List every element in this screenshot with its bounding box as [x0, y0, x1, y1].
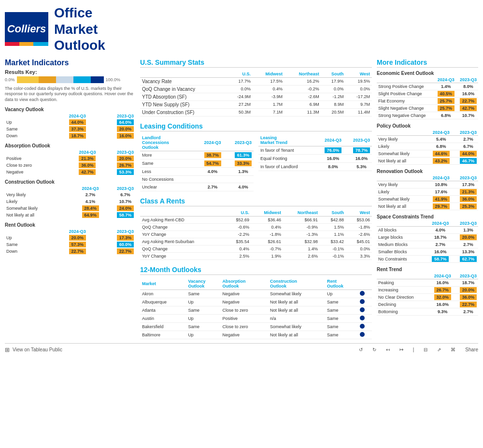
table-row: AustinUpPositiven/aSame: [140, 314, 372, 322]
share-label[interactable]: Share: [465, 347, 478, 352]
vacancy-outlook-label: Vacancy Outlook: [5, 107, 135, 112]
divider: |: [413, 347, 414, 352]
table-row: Under Construction (SF)50.3M7.1M11.3M20.…: [140, 108, 372, 116]
policy-table: 2024-Q3 2023-Q3 Very likely5.4%2.7%Likel…: [377, 130, 478, 165]
vacancy-col2: 2023-Q3: [87, 113, 135, 119]
table-row: Same37.3%20.0%: [5, 126, 135, 132]
view-tableau-label[interactable]: View on Tableau Public: [13, 347, 62, 352]
absorption-outlook-table: 2024-Q3 2023-Q3 Positive21.3%20.0%Close …: [5, 149, 135, 175]
summary-col-west: West: [345, 71, 372, 78]
table-row: Very likely2.7%6.7%: [5, 191, 135, 198]
table-row: All blocks4.0%1.3%: [377, 226, 478, 233]
tableau-icon: ⊞: [5, 347, 10, 353]
logo-text: Colliers: [7, 23, 46, 35]
table-row: Negative42.7%53.3%: [5, 169, 135, 175]
rent-trend-label: Rent Trend: [377, 267, 478, 272]
table-row: More38.7%61.3%: [140, 151, 254, 159]
outlooks-col-construction: ConstructionOutlook: [268, 278, 325, 290]
class-rents-title: Class A Rents: [140, 197, 372, 206]
leasing-left: LandlordConcessionsOutlook 2024-Q3 2023-…: [140, 134, 254, 191]
table-row: AtlantaSameClose to zeroNot likely at al…: [140, 306, 372, 314]
table-row: Same54.7%33.3%: [140, 159, 254, 167]
summary-col-us: U.S.: [227, 71, 253, 78]
table-row: Down22.7%22.7%: [5, 248, 135, 255]
economic-event-label: Economic Event Outlook: [377, 71, 478, 76]
header: Colliers Office Market Outlook: [5, 5, 478, 54]
table-row: YoY Change-2.2%-1.8%-1.3%1.1%-2.6%: [140, 231, 372, 238]
table-row: Strong Positive Change1.4%8.0%: [377, 83, 478, 90]
title-line2: Market: [54, 21, 105, 38]
table-row: Strong Negative Change6.8%10.7%: [377, 112, 478, 119]
economic-table: 2024-Q3 2023-Q3 Strong Positive Change1.…: [377, 77, 478, 119]
outlooks-col-rent: RentOutlook: [325, 278, 358, 290]
title-line3: Outlook: [54, 37, 105, 54]
key-low: 0.0%: [5, 77, 15, 82]
results-key-label: Results Key:: [5, 69, 135, 75]
table-row: AkronSameNegativeSomewhat likelyUp: [140, 289, 372, 298]
leasing-right: LeasingMarket Trend 2024-Q3 2023-Q3 In f…: [258, 134, 372, 191]
table-row: No Clear Direction32.0%36.0%: [377, 293, 478, 301]
undo-icon[interactable]: ↺: [359, 347, 363, 352]
table-row: Somewhat likely44.6%44.0%: [377, 150, 478, 157]
share-icon[interactable]: ⌘: [451, 347, 455, 352]
summary-col-midwest: Midwest: [253, 71, 284, 78]
table-row: Positive21.3%20.0%: [5, 155, 135, 162]
vacancy-col1: 2024-Q3: [39, 113, 87, 119]
table-row: Somewhat likely41.9%36.0%: [377, 195, 478, 202]
vacancy-outlook-table: 2024-Q3 2023-Q3 Up44.0%64.0%Same37.3%20.…: [5, 113, 135, 139]
table-row: QoQ Change-0.6%0.4%-0.9%1.5%-1.8%: [140, 223, 372, 231]
table-row: Flat Economy25.7%22.7%: [377, 97, 478, 104]
table-row: Up20.0%17.3%: [5, 234, 135, 241]
table-row: YoY Change2.5%1.9%2.6%-0.1%3.3%: [140, 252, 372, 260]
expand-icon[interactable]: ⇗: [437, 347, 441, 352]
leasing-container: LandlordConcessionsOutlook 2024-Q3 2023-…: [140, 134, 372, 191]
back-icon[interactable]: ↤: [386, 347, 390, 352]
leasing-market-table: LeasingMarket Trend 2024-Q3 2023-Q3 In f…: [258, 134, 372, 171]
key-bar-container: 0.0% 100.0%: [5, 76, 135, 83]
vacancy-outlook-section: Vacancy Outlook 2024-Q3 2023-Q3 Up44.0%6…: [5, 107, 135, 139]
summary-col-south: South: [321, 71, 346, 78]
table-row: YTD New Supply (SF)27.2M1.7M6.9M8.9M9.7M: [140, 101, 372, 108]
summary-stats-table: U.S. Midwest Northeast South West Vacanc…: [140, 71, 372, 116]
left-column: Market Indicators Results Key: 0.0% 100.…: [5, 58, 135, 339]
outlooks-title: 12-Month Outlooks: [140, 266, 372, 275]
mi-description: The color-coded data displays the % of U…: [5, 86, 135, 103]
table-row: Slight Negative Change25.7%42.7%: [377, 104, 478, 112]
table-row: Equal Footing16.0%16.0%: [258, 154, 372, 162]
table-row: Very likely10.8%17.3%: [377, 181, 478, 188]
construction-outlook-table: 2024-Q3 2023-Q3 Very likely2.7%6.7%Likel…: [5, 186, 135, 218]
table-row: No Constraints58.7%62.7%: [377, 255, 478, 262]
rent-outlook-section: Rent Outlook 2024-Q3 2023-Q3 Up20.0%17.3…: [5, 222, 135, 255]
absorption-outlook-label: Absorption Outlook: [5, 143, 135, 148]
table-row: Smaller Blocks16.0%13.3%: [377, 248, 478, 255]
forward-icon[interactable]: ↦: [399, 347, 403, 352]
table-row: QoQ Change in Vacancy0.0%0.4%-0.2%0.0%0.…: [140, 85, 372, 93]
leasing-market-header: LeasingMarket Trend: [258, 134, 315, 146]
more-indicators-title: More Indicators: [377, 58, 478, 68]
table-row: Not likely at all29.7%25.3%: [377, 202, 478, 210]
absorption-outlook-section: Absorption Outlook 2024-Q3 2023-Q3 Posit…: [5, 143, 135, 175]
landlord-table: LandlordConcessionsOutlook 2024-Q3 2023-…: [140, 134, 254, 191]
footer-left[interactable]: ⊞ View on Tableau Public: [5, 347, 62, 353]
market-indicators-title: Market Indicators: [5, 58, 135, 67]
table-row: Likely4.1%10.7%: [5, 198, 135, 205]
redo-icon[interactable]: ↻: [372, 347, 376, 352]
construction-outlook-section: Construction Outlook 2024-Q3 2023-Q3 Ver…: [5, 179, 135, 218]
space-table: 2024-Q3 2023-Q3 All blocks4.0%1.3%Large …: [377, 220, 478, 263]
table-row: AlbuquerqueUpNegativeNot likely at allSa…: [140, 298, 372, 306]
window-icon[interactable]: ⊟: [424, 347, 427, 352]
content-area: Market Indicators Results Key: 0.0% 100.…: [5, 58, 478, 339]
rent-outlook-label: Rent Outlook: [5, 222, 135, 228]
key-bar: [17, 76, 104, 83]
table-row: In favor of Landlord8.0%5.3%: [258, 162, 372, 171]
table-row: Avg Asking Rent-Suburban$35.54$26.61$32.…: [140, 238, 372, 245]
table-row: Less4.0%1.3%: [140, 167, 254, 175]
table-row: YTD Absorption (SF)-24.9M-3.9M-2.6M-1.2M…: [140, 93, 372, 101]
page-title: Office Market Outlook: [54, 5, 105, 54]
table-row: Somewhat likely28.4%24.0%: [5, 205, 135, 212]
table-row: Bottoming9.3%2.7%: [377, 308, 478, 315]
table-row: Declining16.0%22.7%: [377, 301, 478, 308]
outlooks-col-market: Market: [140, 278, 186, 290]
table-row: Medium Blocks2.7%2.7%: [377, 241, 478, 248]
renovation-table: 2024-Q3 2023-Q3 Very likely10.8%17.3%Lik…: [377, 175, 478, 210]
